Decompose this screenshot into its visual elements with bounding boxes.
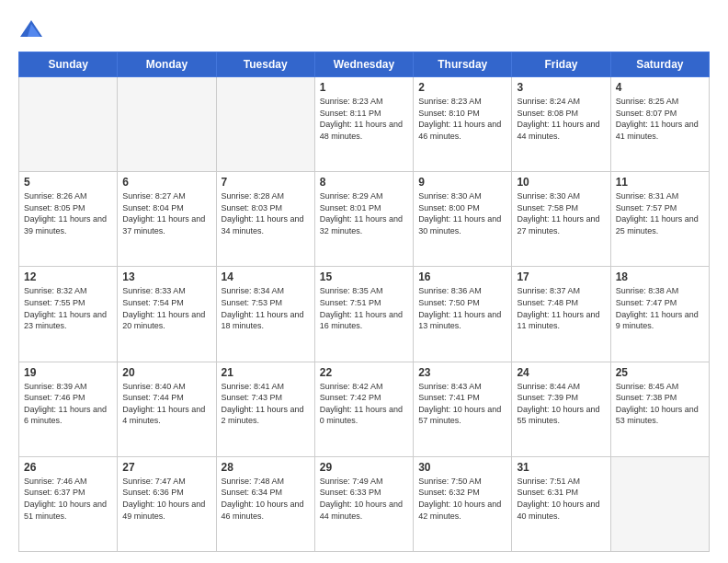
day-info: Sunrise: 8:37 AM Sunset: 7:48 PM Dayligh… <box>517 285 605 331</box>
day-number: 1 <box>320 81 408 94</box>
day-info: Sunrise: 8:34 AM Sunset: 7:53 PM Dayligh… <box>222 285 310 331</box>
header <box>18 17 710 42</box>
calendar-cell: 27Sunrise: 7:47 AM Sunset: 6:36 PM Dayli… <box>118 456 216 551</box>
day-info: Sunrise: 8:26 AM Sunset: 8:05 PM Dayligh… <box>24 190 112 236</box>
day-info: Sunrise: 8:45 AM Sunset: 7:38 PM Dayligh… <box>616 381 704 427</box>
calendar-cell: 7Sunrise: 8:28 AM Sunset: 8:03 PM Daylig… <box>216 172 314 267</box>
day-info: Sunrise: 8:43 AM Sunset: 7:41 PM Dayligh… <box>418 381 506 427</box>
day-number: 24 <box>517 366 605 379</box>
day-number: 7 <box>222 176 310 189</box>
day-number: 27 <box>122 461 210 474</box>
calendar-cell: 16Sunrise: 8:36 AM Sunset: 7:50 PM Dayli… <box>414 267 512 362</box>
page: SundayMondayTuesdayWednesdayThursdayFrid… <box>0 0 728 563</box>
day-number: 13 <box>122 270 210 283</box>
day-info: Sunrise: 8:38 AM Sunset: 7:47 PM Dayligh… <box>616 285 704 331</box>
day-info: Sunrise: 8:23 AM Sunset: 8:11 PM Dayligh… <box>320 96 408 142</box>
day-info: Sunrise: 7:47 AM Sunset: 6:36 PM Dayligh… <box>122 476 210 522</box>
day-number: 9 <box>418 176 506 189</box>
day-info: Sunrise: 8:32 AM Sunset: 7:55 PM Dayligh… <box>24 285 112 331</box>
calendar-cell: 17Sunrise: 8:37 AM Sunset: 7:48 PM Dayli… <box>512 267 610 362</box>
day-info: Sunrise: 7:50 AM Sunset: 6:32 PM Dayligh… <box>418 476 506 522</box>
day-number: 11 <box>616 176 704 189</box>
calendar-cell: 4Sunrise: 8:25 AM Sunset: 8:07 PM Daylig… <box>610 77 709 172</box>
calendar-cell: 19Sunrise: 8:39 AM Sunset: 7:46 PM Dayli… <box>19 362 118 456</box>
day-info: Sunrise: 7:49 AM Sunset: 6:33 PM Dayligh… <box>320 476 408 522</box>
day-number: 3 <box>517 81 605 94</box>
calendar-cell: 6Sunrise: 8:27 AM Sunset: 8:04 PM Daylig… <box>118 172 216 267</box>
day-info: Sunrise: 7:51 AM Sunset: 6:31 PM Dayligh… <box>517 476 605 522</box>
calendar-cell: 25Sunrise: 8:45 AM Sunset: 7:38 PM Dayli… <box>610 362 709 456</box>
day-number: 20 <box>122 366 210 379</box>
day-number: 6 <box>122 176 210 189</box>
calendar-cell: 18Sunrise: 8:38 AM Sunset: 7:47 PM Dayli… <box>610 267 709 362</box>
calendar-week-row: 19Sunrise: 8:39 AM Sunset: 7:46 PM Dayli… <box>19 362 710 456</box>
day-number: 19 <box>24 366 112 379</box>
calendar-cell: 13Sunrise: 8:33 AM Sunset: 7:54 PM Dayli… <box>118 267 216 362</box>
calendar-cell: 23Sunrise: 8:43 AM Sunset: 7:41 PM Dayli… <box>414 362 512 456</box>
calendar-cell: 21Sunrise: 8:41 AM Sunset: 7:43 PM Dayli… <box>216 362 314 456</box>
day-info: Sunrise: 8:28 AM Sunset: 8:03 PM Dayligh… <box>222 190 310 236</box>
day-number: 22 <box>320 366 408 379</box>
calendar-cell: 5Sunrise: 8:26 AM Sunset: 8:05 PM Daylig… <box>19 172 118 267</box>
calendar-week-row: 26Sunrise: 7:46 AM Sunset: 6:37 PM Dayli… <box>19 456 710 551</box>
calendar-cell <box>610 456 709 551</box>
day-info: Sunrise: 8:31 AM Sunset: 7:57 PM Dayligh… <box>616 190 704 236</box>
calendar-cell: 22Sunrise: 8:42 AM Sunset: 7:42 PM Dayli… <box>314 362 413 456</box>
day-info: Sunrise: 8:41 AM Sunset: 7:43 PM Dayligh… <box>222 381 310 427</box>
day-info: Sunrise: 8:24 AM Sunset: 8:08 PM Dayligh… <box>517 96 605 142</box>
day-number: 25 <box>616 366 704 379</box>
day-info: Sunrise: 8:27 AM Sunset: 8:04 PM Dayligh… <box>122 190 210 236</box>
calendar-cell: 24Sunrise: 8:44 AM Sunset: 7:39 PM Dayli… <box>512 362 610 456</box>
day-number: 15 <box>320 270 408 283</box>
day-number: 16 <box>418 270 506 283</box>
day-number: 4 <box>616 81 704 94</box>
calendar-cell: 15Sunrise: 8:35 AM Sunset: 7:51 PM Dayli… <box>314 267 413 362</box>
calendar-cell <box>216 77 314 172</box>
calendar-cell: 11Sunrise: 8:31 AM Sunset: 7:57 PM Dayli… <box>610 172 709 267</box>
day-number: 18 <box>616 270 704 283</box>
calendar-cell <box>19 77 118 172</box>
calendar-cell: 2Sunrise: 8:23 AM Sunset: 8:10 PM Daylig… <box>414 77 512 172</box>
day-number: 21 <box>222 366 310 379</box>
day-info: Sunrise: 8:40 AM Sunset: 7:44 PM Dayligh… <box>122 381 210 427</box>
calendar-cell: 1Sunrise: 8:23 AM Sunset: 8:11 PM Daylig… <box>314 77 413 172</box>
calendar-cell: 28Sunrise: 7:48 AM Sunset: 6:34 PM Dayli… <box>216 456 314 551</box>
day-number: 14 <box>222 270 310 283</box>
day-number: 30 <box>418 461 506 474</box>
day-number: 29 <box>320 461 408 474</box>
calendar-header-row: SundayMondayTuesdayWednesdayThursdayFrid… <box>19 52 710 77</box>
day-info: Sunrise: 8:33 AM Sunset: 7:54 PM Dayligh… <box>122 285 210 331</box>
logo <box>18 17 48 42</box>
weekday-header: Tuesday <box>216 52 314 77</box>
day-number: 31 <box>517 461 605 474</box>
day-info: Sunrise: 8:42 AM Sunset: 7:42 PM Dayligh… <box>320 381 408 427</box>
calendar-week-row: 1Sunrise: 8:23 AM Sunset: 8:11 PM Daylig… <box>19 77 710 172</box>
calendar-cell <box>118 77 216 172</box>
weekday-header: Wednesday <box>314 52 413 77</box>
calendar-cell: 3Sunrise: 8:24 AM Sunset: 8:08 PM Daylig… <box>512 77 610 172</box>
weekday-header: Thursday <box>414 52 512 77</box>
weekday-header: Saturday <box>610 52 709 77</box>
day-info: Sunrise: 7:46 AM Sunset: 6:37 PM Dayligh… <box>24 476 112 522</box>
calendar-cell: 12Sunrise: 8:32 AM Sunset: 7:55 PM Dayli… <box>19 267 118 362</box>
calendar-cell: 30Sunrise: 7:50 AM Sunset: 6:32 PM Dayli… <box>414 456 512 551</box>
weekday-header: Monday <box>118 52 216 77</box>
calendar-cell: 10Sunrise: 8:30 AM Sunset: 7:58 PM Dayli… <box>512 172 610 267</box>
day-number: 28 <box>222 461 310 474</box>
calendar-cell: 14Sunrise: 8:34 AM Sunset: 7:53 PM Dayli… <box>216 267 314 362</box>
day-info: Sunrise: 8:25 AM Sunset: 8:07 PM Dayligh… <box>616 96 704 142</box>
day-info: Sunrise: 8:36 AM Sunset: 7:50 PM Dayligh… <box>418 285 506 331</box>
weekday-header: Sunday <box>19 52 118 77</box>
day-info: Sunrise: 8:35 AM Sunset: 7:51 PM Dayligh… <box>320 285 408 331</box>
calendar-cell: 29Sunrise: 7:49 AM Sunset: 6:33 PM Dayli… <box>314 456 413 551</box>
calendar-cell: 9Sunrise: 8:30 AM Sunset: 8:00 PM Daylig… <box>414 172 512 267</box>
day-number: 26 <box>24 461 112 474</box>
day-info: Sunrise: 8:44 AM Sunset: 7:39 PM Dayligh… <box>517 381 605 427</box>
logo-icon <box>18 17 44 42</box>
day-info: Sunrise: 7:48 AM Sunset: 6:34 PM Dayligh… <box>222 476 310 522</box>
day-info: Sunrise: 8:30 AM Sunset: 7:58 PM Dayligh… <box>517 190 605 236</box>
calendar-cell: 8Sunrise: 8:29 AM Sunset: 8:01 PM Daylig… <box>314 172 413 267</box>
calendar-table: SundayMondayTuesdayWednesdayThursdayFrid… <box>18 52 710 552</box>
day-number: 10 <box>517 176 605 189</box>
day-info: Sunrise: 8:29 AM Sunset: 8:01 PM Dayligh… <box>320 190 408 236</box>
